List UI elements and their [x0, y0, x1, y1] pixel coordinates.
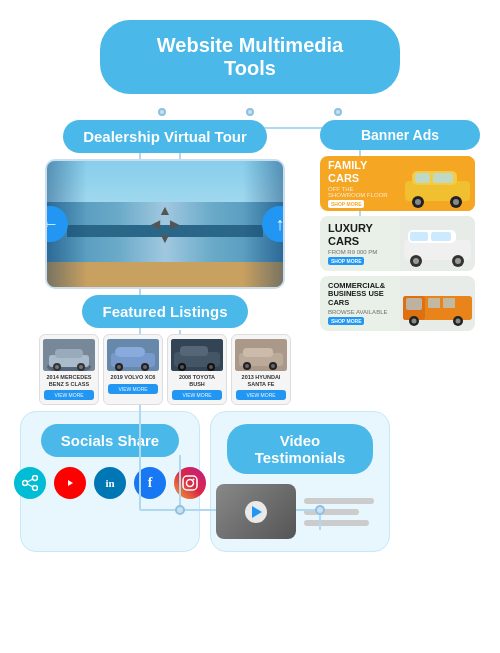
banner-ads-label: Banner Ads	[320, 120, 480, 150]
title-bubble: Website Multimedia Tools	[100, 20, 400, 94]
car-btn-toyota[interactable]: VIEW MORE	[172, 390, 222, 400]
banner-luxury-cta[interactable]: SHOP MORE	[328, 257, 364, 265]
car-btn-volvo[interactable]: VIEW MORE	[108, 384, 158, 394]
virtual-tour-label: Dealership Virtual Tour	[63, 120, 267, 153]
car-btn-hyundai[interactable]: VIEW MORE	[236, 390, 286, 400]
title-area: Website Multimedia Tools	[10, 20, 490, 116]
share-icon[interactable]	[14, 467, 46, 499]
svg-rect-37	[243, 348, 273, 357]
linkedin-icon[interactable]: in	[94, 467, 126, 499]
vt-arrow-up-icon: ▲	[158, 203, 172, 217]
banner-luxury-cars[interactable]: LUXURYCARS FROM R9 000 PM SHOP MORE	[320, 216, 475, 271]
banner-commercial-cta[interactable]: SHOP MORE	[328, 317, 364, 325]
car-name-volvo: 2019 VOLVO XC6	[111, 374, 156, 381]
socials-share-label: Socials Share	[41, 424, 179, 457]
svg-rect-45	[415, 173, 430, 183]
banner-family-img	[400, 156, 475, 211]
video-play-button[interactable]	[245, 501, 267, 523]
video-testimonials-section: Video Testimonials	[210, 411, 390, 552]
banner-luxury-img	[400, 216, 475, 271]
svg-point-41	[271, 364, 275, 368]
svg-rect-63	[406, 298, 422, 310]
svg-point-19	[55, 365, 59, 369]
svg-rect-30	[180, 346, 208, 356]
svg-point-79	[193, 479, 195, 481]
svg-rect-77	[183, 476, 197, 490]
svg-point-72	[33, 486, 38, 491]
car-name-hyundai: 2013 HYUNDAI SANTA FE	[236, 374, 286, 387]
video-text-line-3	[304, 520, 369, 526]
page-wrapper: Website Multimedia Tools	[0, 0, 500, 653]
car-card-volvo: 2019 VOLVO XC6 VIEW MORE	[103, 334, 163, 405]
content-area: Website Multimedia Tools	[10, 20, 490, 552]
video-text-line-1	[304, 498, 374, 504]
socials-share-section: Socials Share	[20, 411, 200, 552]
svg-point-57	[413, 258, 419, 264]
svg-point-20	[79, 365, 83, 369]
banner-commercial-title: COMMERCIAL&BUSINESS USECARS	[328, 282, 392, 307]
svg-line-73	[27, 479, 33, 482]
banner-family-subtitle: OFF THE SHOWROOM FLOOR	[328, 186, 392, 198]
banner-family-cta[interactable]: SHOP MORE	[328, 200, 364, 208]
featured-listings-label: Featured Listings	[82, 295, 247, 328]
svg-rect-55	[431, 232, 451, 241]
video-content	[216, 484, 384, 539]
video-text-line-2	[304, 509, 359, 515]
car-img-volvo	[107, 339, 159, 371]
page-title: Website Multimedia Tools	[157, 34, 343, 79]
vt-crosshair: ▲ ◀ ▶ ▼	[151, 203, 179, 245]
svg-point-33	[180, 365, 184, 369]
banner-ads-section: Banner Ads FAMILYCARS OFF THE SHOWROOM F…	[320, 120, 480, 336]
svg-point-70	[33, 476, 38, 481]
car-card-toyota: 2008 TOYOTA BUSH VIEW MORE	[167, 334, 227, 405]
svg-rect-54	[410, 232, 428, 241]
svg-point-27	[143, 365, 147, 369]
svg-point-69	[456, 319, 461, 324]
social-icons-row: in f	[14, 467, 206, 499]
banner-luxury-subtitle: FROM R9 000 PM	[328, 249, 392, 255]
svg-rect-23	[115, 347, 145, 357]
svg-point-26	[117, 365, 121, 369]
video-testimonials-label: Video Testimonials	[227, 424, 373, 474]
vt-cross-right-icon: ▶	[170, 217, 179, 231]
facebook-text: f	[148, 475, 153, 491]
left-column: Dealership Virtual Tour	[20, 120, 310, 405]
banner-family-title: FAMILYCARS	[328, 159, 392, 183]
car-btn-mercedes[interactable]: VIEW MORE	[44, 390, 94, 400]
svg-point-34	[209, 365, 213, 369]
youtube-icon[interactable]	[54, 467, 86, 499]
instagram-icon[interactable]	[174, 467, 206, 499]
bottom-row: Socials Share	[10, 411, 490, 552]
connector-dot-1	[158, 108, 166, 116]
banner-luxury-title: LUXURYCARS	[328, 222, 392, 246]
facebook-icon[interactable]: f	[134, 467, 166, 499]
svg-rect-64	[428, 298, 440, 308]
banner-family-text: FAMILYCARS OFF THE SHOWROOM FLOOR SHOP M…	[320, 156, 400, 211]
car-name-mercedes: 2014 MERCEDES BENZ S CLASS	[44, 374, 94, 387]
vt-cross-left-icon: ◀	[151, 217, 160, 231]
vt-h-arrows: ◀ ▶	[151, 217, 179, 231]
svg-point-59	[455, 258, 461, 264]
right-column: Banner Ads FAMILYCARS OFF THE SHOWROOM F…	[320, 120, 480, 405]
banner-commercial-img	[400, 276, 475, 331]
linkedin-text: in	[105, 477, 114, 489]
svg-rect-65	[443, 298, 455, 308]
virtual-tour-image[interactable]: ← ▲ ◀ ▶ ▼ ↑	[45, 159, 285, 289]
connector-dot-2	[246, 108, 254, 116]
svg-line-74	[27, 484, 33, 487]
svg-point-50	[453, 199, 459, 205]
car-img-toyota	[171, 339, 223, 371]
car-listings-grid: 2014 MERCEDES BENZ S CLASS VIEW MORE	[20, 334, 310, 405]
video-thumbnail[interactable]	[216, 484, 296, 539]
banner-commercial-text: COMMERCIAL&BUSINESS USECARS BROWSE AVAIL…	[320, 276, 400, 331]
vt-arrow-down-icon: ▼	[158, 231, 172, 245]
banner-family-cars[interactable]: FAMILYCARS OFF THE SHOWROOM FLOOR SHOP M…	[320, 156, 475, 211]
svg-point-71	[23, 481, 28, 486]
svg-rect-46	[433, 173, 453, 183]
car-card-hyundai: 2013 HYUNDAI SANTA FE VIEW MORE	[231, 334, 291, 405]
video-text-lines	[304, 498, 384, 526]
play-triangle-icon	[252, 506, 262, 518]
banner-commercial-cars[interactable]: COMMERCIAL&BUSINESS USECARS BROWSE AVAIL…	[320, 276, 475, 331]
virtual-tour-section: Dealership Virtual Tour	[20, 120, 310, 289]
connector-dot-3	[334, 108, 342, 116]
